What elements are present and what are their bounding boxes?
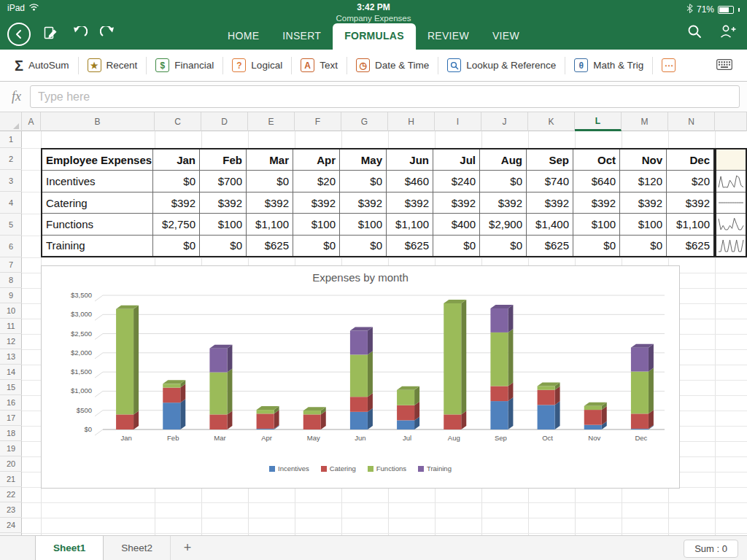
row-header-8[interactable]: 8 — [0, 273, 22, 288]
row-header-13[interactable]: 13 — [0, 349, 22, 365]
table-cell[interactable]: $400 — [433, 214, 480, 234]
table-cell[interactable]: $120 — [620, 171, 667, 191]
sheet-tab-sheet2[interactable]: Sheet2 — [104, 536, 171, 560]
table-cell[interactable]: $625 — [247, 236, 293, 256]
table-cell[interactable]: $392 — [667, 192, 713, 213]
sum-indicator[interactable]: Sum : 0 — [684, 540, 738, 558]
table-cell[interactable]: $625 — [387, 236, 433, 256]
table-cell[interactable]: $625 — [527, 236, 573, 256]
row-header-12[interactable]: 12 — [0, 334, 22, 349]
row-header-17[interactable]: 17 — [0, 411, 22, 426]
table-cell[interactable]: $392 — [573, 192, 620, 213]
table-cell[interactable]: $0 — [340, 171, 387, 191]
sparkline-cell[interactable] — [716, 236, 746, 256]
ribbon-item-logical[interactable]: ?Logical — [223, 50, 291, 81]
row-header-21[interactable]: 21 — [0, 472, 22, 487]
table-header-cell[interactable]: Apr — [293, 149, 340, 170]
table-cell[interactable]: $0 — [480, 236, 527, 256]
sparkline-cell[interactable] — [716, 171, 746, 192]
column-header-M[interactable]: M — [622, 112, 668, 131]
table-cell[interactable]: $0 — [247, 171, 293, 191]
table-cell[interactable]: $392 — [293, 192, 340, 213]
column-header-D[interactable]: D — [201, 112, 248, 131]
table-header-cell[interactable]: Oct — [573, 149, 620, 170]
chart-area[interactable]: Expenses by month $0$500$1,000$1,500$2,0… — [41, 265, 680, 489]
table-header-cell[interactable]: Feb — [200, 149, 247, 170]
table-cell[interactable]: Incentives — [42, 171, 153, 191]
table-cell[interactable]: $392 — [340, 192, 387, 213]
table-cell[interactable]: $100 — [200, 214, 247, 234]
column-header-H[interactable]: H — [388, 112, 435, 131]
table-cell[interactable]: $20 — [293, 171, 340, 191]
ribbon-item-financial[interactable]: $Financial — [147, 50, 222, 81]
table-cell[interactable]: $100 — [573, 214, 620, 234]
column-header-C[interactable]: C — [155, 112, 201, 131]
table-cell[interactable]: $0 — [480, 171, 527, 191]
column-header-I[interactable]: I — [435, 112, 481, 131]
table-cell[interactable]: $1,100 — [667, 214, 713, 234]
table-cell[interactable]: $0 — [620, 236, 667, 256]
nav-tab-view[interactable]: VIEW — [481, 23, 531, 50]
column-header-K[interactable]: K — [528, 112, 575, 131]
ribbon-item-more[interactable]: ⋯ — [653, 50, 684, 81]
sparkline-cell[interactable] — [716, 214, 746, 235]
nav-tab-home[interactable]: HOME — [216, 23, 271, 50]
table-cell[interactable]: $0 — [200, 236, 247, 256]
table-cell[interactable]: $100 — [620, 214, 667, 234]
table-header-cell[interactable]: Employee Expenses — [42, 149, 153, 170]
ribbon-item-datetime[interactable]: ◷Date & Time — [347, 50, 438, 81]
row-header-20[interactable]: 20 — [0, 456, 22, 472]
table-cell[interactable]: $2,900 — [480, 214, 527, 234]
table-header-cell[interactable]: Jan — [153, 149, 200, 170]
table-cell[interactable]: $0 — [153, 171, 200, 191]
column-header-J[interactable]: J — [481, 112, 528, 131]
table-cell[interactable]: $392 — [620, 192, 667, 213]
column-header-G[interactable]: G — [341, 112, 388, 131]
table-header-cell[interactable]: Mar — [247, 149, 293, 170]
column-header-sparkline[interactable] — [715, 112, 747, 131]
table-cell[interactable]: $640 — [573, 171, 620, 191]
sparkline-header-cell[interactable] — [716, 149, 746, 171]
column-header-F[interactable]: F — [295, 112, 341, 131]
row-header-2[interactable]: 2 — [0, 148, 22, 170]
row-header-11[interactable]: 11 — [0, 319, 22, 334]
row-header-22[interactable]: 22 — [0, 487, 22, 502]
row-header-16[interactable]: 16 — [0, 395, 22, 411]
ribbon-item-autosum[interactable]: ΣAutoSum — [6, 50, 78, 81]
table-cell[interactable]: Functions — [42, 214, 153, 234]
row-header-18[interactable]: 18 — [0, 426, 22, 441]
undo-icon[interactable] — [71, 26, 88, 42]
ribbon-item-keyboard[interactable] — [708, 50, 741, 81]
ribbon-item-lookup[interactable]: Lookup & Reference — [438, 50, 565, 81]
column-header-B[interactable]: B — [41, 112, 155, 131]
row-header-24[interactable]: 24 — [0, 518, 22, 533]
add-person-icon[interactable] — [719, 24, 737, 42]
table-header-cell[interactable]: Sep — [527, 149, 573, 170]
table-cell[interactable]: $392 — [387, 192, 433, 213]
column-header-E[interactable]: E — [248, 112, 295, 131]
redo-icon[interactable] — [100, 26, 116, 42]
table-cell[interactable]: $392 — [480, 192, 527, 213]
table-cell[interactable]: $0 — [573, 236, 620, 256]
formula-input[interactable] — [30, 85, 740, 108]
table-cell[interactable]: $625 — [667, 236, 713, 256]
row-header-23[interactable]: 23 — [0, 502, 22, 518]
table-cell[interactable]: $392 — [247, 192, 293, 213]
row-header-9[interactable]: 9 — [0, 288, 22, 303]
table-header-cell[interactable]: Dec — [667, 149, 713, 170]
table-cell[interactable]: $392 — [153, 192, 200, 213]
table-header-cell[interactable]: Nov — [620, 149, 667, 170]
row-header-1[interactable]: 1 — [0, 131, 22, 148]
row-header-6[interactable]: 6 — [0, 236, 22, 257]
table-cell[interactable]: $1,100 — [247, 214, 293, 234]
row-header-5[interactable]: 5 — [0, 214, 22, 236]
row-header-19[interactable]: 19 — [0, 441, 22, 456]
table-cell[interactable]: $392 — [200, 192, 247, 213]
row-header-15[interactable]: 15 — [0, 380, 22, 395]
column-header-N[interactable]: N — [668, 112, 715, 131]
row-header-4[interactable]: 4 — [0, 192, 22, 214]
table-header-cell[interactable]: May — [340, 149, 387, 170]
column-header-A[interactable]: A — [22, 112, 41, 131]
nav-tab-formulas[interactable]: FORMULAS — [333, 23, 416, 50]
table-cell[interactable]: Catering — [42, 192, 153, 213]
